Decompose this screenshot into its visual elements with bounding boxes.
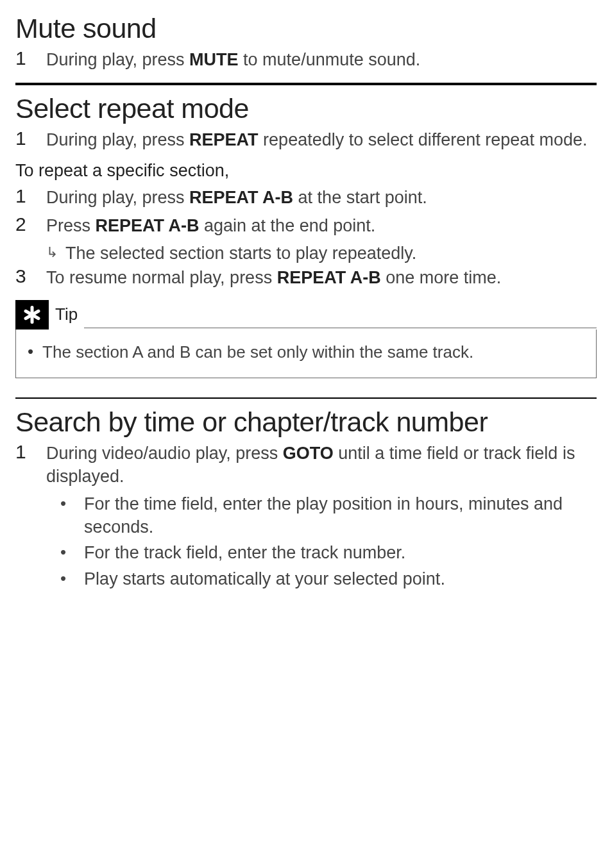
step-number: 1 xyxy=(15,127,46,150)
step-text: During play, press REPEAT repeatedly to … xyxy=(46,127,597,151)
tip-icon xyxy=(15,300,49,330)
heading-search: Search by time or chapter/track number xyxy=(15,406,597,438)
section-repeat-mode: Select repeat mode 1 During play, press … xyxy=(15,93,597,378)
text-prefix: To resume normal play, press xyxy=(46,268,277,287)
heading-mute-sound: Mute sound xyxy=(15,13,597,44)
tip-body: • The section A and B can be set only wi… xyxy=(15,330,597,378)
asterisk-icon xyxy=(21,303,44,326)
bullet-dot: • xyxy=(60,541,66,563)
subheading-repeat-section: To repeat a specific section, xyxy=(15,161,597,181)
bullet-text: For the time field, enter the play posit… xyxy=(84,492,597,539)
text-suffix: one more time. xyxy=(381,268,502,287)
text-prefix: During play, press xyxy=(46,188,189,207)
step-text: During video/audio play, press GOTO unti… xyxy=(46,440,597,488)
result-arrow-icon: ↳ xyxy=(46,244,58,261)
tip-callout: Tip • The section A and B can be set onl… xyxy=(15,300,597,378)
step-text: To resume normal play, press REPEAT A-B … xyxy=(46,265,597,289)
bullet-dot: • xyxy=(60,492,66,515)
bullet-dot: • xyxy=(28,341,33,363)
tip-header: Tip xyxy=(15,300,597,330)
text-prefix: During play, press xyxy=(46,130,189,149)
search-sub-bullets: • For the time field, enter the play pos… xyxy=(46,492,597,591)
text-bold-repeat-ab: REPEAT A-B xyxy=(189,188,293,207)
tip-text: The section A and B can be set only with… xyxy=(42,341,473,363)
step-repeat-section-2: 2 Press REPEAT A-B again at the end poin… xyxy=(15,213,597,237)
sub-bullet-1: • For the time field, enter the play pos… xyxy=(46,492,597,539)
text-suffix: again at the end point. xyxy=(200,216,376,235)
step-repeat-section-3: 3 To resume normal play, press REPEAT A-… xyxy=(15,265,597,289)
step-mute-1: 1 During play, press MUTE to mute/unmute… xyxy=(15,47,597,71)
text-bold-repeat-ab: REPEAT A-B xyxy=(277,268,381,287)
bullet-text: For the track field, enter the track num… xyxy=(84,541,597,564)
result-text: The selected section starts to play repe… xyxy=(65,242,416,265)
text-prefix: During play, press xyxy=(46,50,189,69)
step-search-1: 1 During video/audio play, press GOTO un… xyxy=(15,440,597,488)
step-number: 2 xyxy=(15,213,46,236)
text-suffix: repeatedly to select different repeat mo… xyxy=(259,130,588,149)
step-repeat-1: 1 During play, press REPEAT repeatedly t… xyxy=(15,127,597,151)
text-bold-repeat: REPEAT xyxy=(189,130,259,149)
text-suffix: at the start point. xyxy=(293,188,427,207)
tip-bullet: • The section A and B can be set only wi… xyxy=(28,341,587,363)
tip-header-line xyxy=(84,328,597,328)
section-divider xyxy=(15,83,597,85)
step-number: 1 xyxy=(15,47,46,70)
text-suffix: to mute/unmute sound. xyxy=(239,50,421,69)
step-text: During play, press REPEAT A-B at the sta… xyxy=(46,185,597,209)
text-prefix: During video/audio play, press xyxy=(46,444,283,463)
text-bold-repeat-ab: REPEAT A-B xyxy=(96,216,200,235)
text-bold-goto: GOTO xyxy=(283,444,334,463)
step-text: During play, press MUTE to mute/unmute s… xyxy=(46,47,597,71)
step-number: 3 xyxy=(15,265,46,288)
step-number: 1 xyxy=(15,185,46,208)
bullet-text: Play starts automatically at your select… xyxy=(84,567,597,590)
step-result: ↳ The selected section starts to play re… xyxy=(46,242,597,265)
section-divider xyxy=(15,397,597,399)
step-text: Press REPEAT A-B again at the end point. xyxy=(46,213,597,237)
bullet-dot: • xyxy=(60,567,66,590)
sub-bullet-2: • For the track field, enter the track n… xyxy=(46,541,597,564)
sub-bullet-3: • Play starts automatically at your sele… xyxy=(46,567,597,590)
text-prefix: Press xyxy=(46,216,96,235)
section-mute-sound: Mute sound 1 During play, press MUTE to … xyxy=(15,13,597,71)
step-number: 1 xyxy=(15,440,46,463)
tip-label: Tip xyxy=(55,305,78,324)
heading-repeat-mode: Select repeat mode xyxy=(15,93,597,124)
step-repeat-section-1: 1 During play, press REPEAT A-B at the s… xyxy=(15,185,597,209)
text-bold-mute: MUTE xyxy=(189,50,239,69)
section-search: Search by time or chapter/track number 1… xyxy=(15,406,597,591)
